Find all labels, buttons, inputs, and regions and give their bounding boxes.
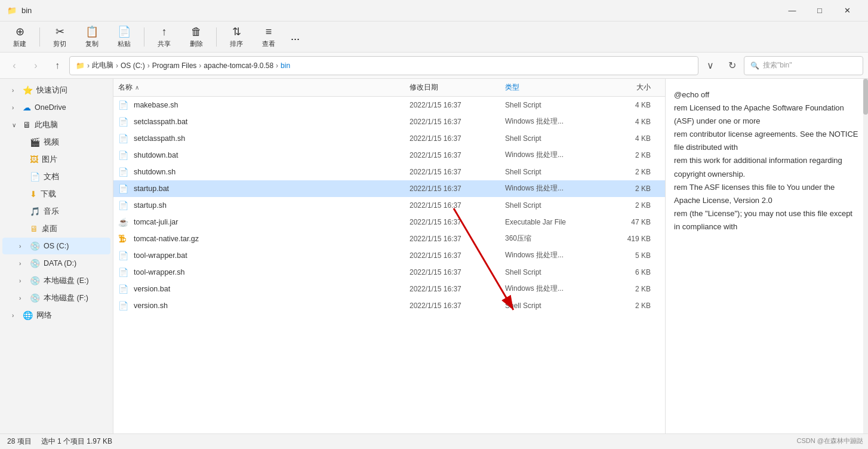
- table-row[interactable]: ☕ tomcat-juli.jar 2022/1/15 16:37 Execut…: [113, 214, 665, 230]
- file-name: setclasspath.bat: [134, 118, 410, 126]
- table-row[interactable]: 📄 makebase.sh 2022/1/15 16:37 Shell Scri…: [113, 97, 665, 113]
- table-row[interactable]: 📄 tool-wrapper.bat 2022/1/15 16:37 Windo…: [113, 247, 665, 264]
- table-row[interactable]: 📄 startup.bat 2022/1/15 16:37 Windows 批处…: [113, 180, 665, 197]
- view-button[interactable]: ≡ 查看: [254, 24, 284, 50]
- scrollbar-thumb[interactable]: [863, 79, 868, 115]
- sidebar-item-local-f[interactable]: › 💿 本地磁盘 (F:): [2, 290, 110, 306]
- file-type: Windows 批处理...: [505, 116, 612, 127]
- close-button[interactable]: ✕: [833, 1, 861, 20]
- refresh-button[interactable]: ↻: [722, 56, 741, 75]
- file-icon: 📄: [118, 251, 130, 260]
- paste-label: 粘贴: [118, 39, 131, 48]
- title-icon: 📁: [7, 6, 17, 16]
- sidebar-item-music[interactable]: 🎵 音乐: [2, 203, 110, 220]
- path-bin: bin: [281, 61, 290, 70]
- sidebar-item-downloads[interactable]: ⬇ 下载: [2, 186, 110, 202]
- search-icon: 🔍: [750, 61, 759, 70]
- copy-button[interactable]: 📋 复制: [77, 24, 107, 50]
- new-button[interactable]: ⊕ 新建: [5, 24, 35, 50]
- file-icon: 📄: [118, 117, 130, 127]
- sidebar-label-pictures: 图片: [42, 155, 106, 165]
- downloads-icon: ⬇: [30, 189, 37, 199]
- sort-icon: ⇅: [232, 25, 241, 38]
- table-row[interactable]: 🗜 tomcat-native.tar.gz 2022/1/15 16:37 3…: [113, 230, 665, 247]
- main-content: › ⭐ 快速访问 › ☁ OneDrive ∨ 🖥 此电脑 🎬 视频 🖼 图片 …: [0, 79, 868, 433]
- minimize-button[interactable]: —: [778, 1, 806, 20]
- window-title: bin: [21, 6, 778, 15]
- file-name: shutdown.sh: [134, 168, 410, 176]
- sidebar-label-quick-access: 快速访问: [36, 85, 106, 96]
- file-icon: 📄: [118, 301, 130, 310]
- share-label: 共享: [158, 39, 171, 48]
- sidebar-item-onedrive[interactable]: › ☁ OneDrive: [2, 99, 110, 116]
- sidebar-item-quick-access[interactable]: › ⭐ 快速访问: [2, 82, 110, 99]
- table-row[interactable]: 📄 version.sh 2022/1/15 16:37 Shell Scrip…: [113, 297, 665, 314]
- expand-icon: ›: [12, 87, 21, 94]
- sidebar-item-local-e[interactable]: › 💿 本地磁盘 (E:): [2, 272, 110, 289]
- table-row[interactable]: 📄 startup.sh 2022/1/15 16:37 Shell Scrip…: [113, 197, 665, 214]
- path-thispc: 此电脑: [92, 60, 113, 70]
- file-icon: ☕: [118, 217, 130, 227]
- back-button[interactable]: ‹: [5, 56, 24, 75]
- sidebar-label-osc: OS (C:): [44, 242, 106, 250]
- file-date: 2022/1/15 16:37: [410, 184, 505, 193]
- sidebar-item-desktop[interactable]: 🖥 桌面: [2, 220, 110, 237]
- sidebar-item-pictures[interactable]: 🖼 图片: [2, 151, 110, 168]
- sidebar-label-desktop: 桌面: [42, 224, 106, 234]
- forward-button[interactable]: ›: [26, 56, 45, 75]
- status-total: 28 项目: [7, 436, 32, 447]
- address-path[interactable]: 📁 › 此电脑 › OS (C:) › Program Files › apac…: [69, 56, 698, 75]
- more-button[interactable]: ...: [286, 26, 304, 48]
- sidebar-label-music: 音乐: [44, 207, 106, 217]
- datad-icon: 💿: [30, 259, 40, 268]
- sidebar-label-thispc: 此电脑: [35, 120, 106, 130]
- file-name: tomcat-juli.jar: [134, 218, 410, 226]
- network-icon: 🌐: [23, 310, 33, 320]
- table-row[interactable]: 📄 setclasspath.bat 2022/1/15 16:37 Windo…: [113, 113, 665, 130]
- sort-button[interactable]: ⇅ 排序: [221, 24, 251, 50]
- sidebar-item-data-d[interactable]: › 💿 DATA (D:): [2, 255, 110, 272]
- sidebar-item-network[interactable]: › 🌐 网络: [2, 307, 110, 324]
- preview-line: rem Licensed to the Apache Software Foun…: [674, 102, 860, 128]
- paste-button[interactable]: 📄 粘贴: [109, 24, 139, 50]
- column-header: 名称 ∧ 修改日期 类型 大小: [113, 79, 665, 97]
- sidebar-item-os-c[interactable]: › 💿 OS (C:): [2, 238, 110, 254]
- copy-icon: 📋: [85, 25, 99, 38]
- up-button[interactable]: ↑: [48, 56, 67, 75]
- expand-path-button[interactable]: ∨: [701, 56, 720, 75]
- file-date: 2022/1/15 16:37: [410, 302, 505, 310]
- file-size: 4 KB: [612, 101, 660, 109]
- sidebar-item-documents[interactable]: 📄 文档: [2, 168, 110, 185]
- search-placeholder: 搜索"bin": [763, 60, 792, 70]
- file-size: 2 KB: [612, 201, 660, 210]
- pictures-icon: 🖼: [30, 155, 38, 164]
- documents-icon: 📄: [30, 172, 40, 182]
- toolbar: ⊕ 新建 ✂ 剪切 📋 复制 📄 粘贴 ↑ 共享 🗑 删除 ⇅ 排序 ≡ 查看 …: [0, 21, 868, 53]
- sidebar-item-videos[interactable]: 🎬 视频: [2, 134, 110, 150]
- quick-access-icon: ⭐: [23, 85, 33, 95]
- delete-label: 删除: [190, 39, 203, 48]
- file-name: startup.sh: [134, 201, 410, 210]
- delete-button[interactable]: 🗑 删除: [181, 24, 211, 50]
- file-type: Windows 批处理...: [505, 183, 612, 193]
- preview-scrollbar[interactable]: [863, 79, 868, 433]
- table-row[interactable]: 📄 version.bat 2022/1/15 16:37 Windows 批处…: [113, 281, 665, 297]
- toolbar-separator-2: [144, 27, 144, 47]
- table-row[interactable]: 📄 setclasspath.sh 2022/1/15 16:37 Shell …: [113, 130, 665, 147]
- table-row[interactable]: 📄 tool-wrapper.sh 2022/1/15 16:37 Shell …: [113, 264, 665, 281]
- maximize-button[interactable]: □: [806, 1, 833, 20]
- table-row[interactable]: 📄 shutdown.bat 2022/1/15 16:37 Windows 批…: [113, 147, 665, 164]
- share-button[interactable]: ↑ 共享: [149, 24, 179, 50]
- sidebar-item-this-pc[interactable]: ∨ 🖥 此电脑: [2, 116, 110, 133]
- file-icon: 📄: [118, 267, 130, 277]
- file-name: tomcat-native.tar.gz: [134, 235, 410, 243]
- file-size: 2 KB: [612, 151, 660, 159]
- sidebar-label-locale: 本地磁盘 (E:): [44, 276, 106, 286]
- sidebar-label-documents: 文档: [44, 172, 106, 182]
- file-date: 2022/1/15 16:37: [410, 285, 505, 293]
- paste-icon: 📄: [118, 25, 131, 38]
- table-row[interactable]: 📄 shutdown.sh 2022/1/15 16:37 Shell Scri…: [113, 164, 665, 180]
- file-icon: 📄: [118, 167, 130, 177]
- cut-button[interactable]: ✂ 剪切: [45, 24, 75, 50]
- expand-icon-thispc: ∨: [12, 122, 21, 128]
